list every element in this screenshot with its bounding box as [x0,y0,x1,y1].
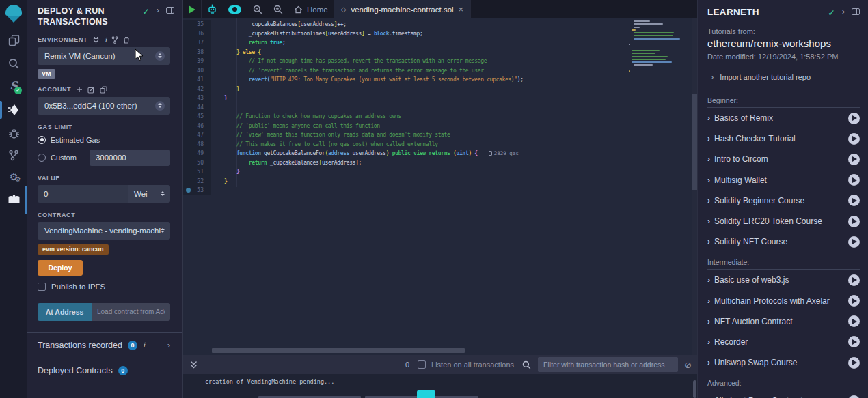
tutorial-item[interactable]: ›Recorder [707,332,860,352]
line-number[interactable]: 40 [183,66,211,76]
code-line[interactable]: 45 // Function to check how many cupcake… [183,112,697,122]
debug-button-clipped[interactable] [417,390,435,398]
account-select[interactable]: 0x5B3...eddC4 (100 ether) [38,97,170,115]
value-unit-select[interactable]: Wei [128,185,170,203]
code-line[interactable]: 43} [183,94,697,103]
git-branch-icon[interactable] [0,145,27,165]
line-number[interactable]: 46 [183,122,211,131]
tutorial-item[interactable]: ›Uniswap Swap Course [707,352,860,373]
estimated-gas-radio[interactable] [38,136,46,144]
line-number[interactable]: 37 [183,38,211,48]
line-number[interactable]: 45 [183,112,211,122]
deploy-button[interactable]: Deploy [38,260,83,276]
debugger-icon[interactable] [0,123,27,143]
line-number[interactable]: 53 [183,186,211,195]
pin-panel-icon[interactable] [166,7,174,14]
tutorial-item[interactable]: ›Basics of Remix [707,108,860,128]
play-icon[interactable] [848,395,860,398]
tutorial-item[interactable]: ›Multichain Protocols with Axelar [707,291,860,311]
code-line[interactable]: 35 _cupcakeBalances[userAddress]++; [183,20,697,29]
close-tab-icon[interactable]: × [459,5,464,14]
learneth-plugin-icon[interactable] [0,190,27,210]
deployed-contracts-row[interactable]: Deployed Contracts 0 [38,358,170,383]
at-address-input[interactable] [92,303,170,321]
line-number[interactable]: 50 [183,158,211,168]
code-line[interactable]: 50 return _cupcakeBalances[userAddress]; [183,158,697,168]
tutorial-item[interactable]: ›Hash Checker Tutorial [707,128,860,149]
code-line[interactable]: 53 [183,186,697,195]
line-number[interactable]: 42 [183,85,211,94]
custom-gas-radio[interactable] [38,154,46,162]
pin-panel-icon[interactable] [852,8,860,15]
tutorial-item[interactable]: ›Solidity ERC20 Token Course [707,211,860,231]
copy-address-icon[interactable] [100,86,107,94]
copilot-toggle[interactable] [223,0,247,18]
line-number[interactable]: 35 [183,20,211,29]
solidity-compiler-icon[interactable]: S✓ [0,75,27,96]
play-icon[interactable] [848,133,860,145]
code-line[interactable]: 41 revert("HTTP 429: Too Many Cupcakes (… [183,75,697,85]
chevron-right-icon[interactable]: › [167,340,170,350]
edit-account-icon[interactable] [87,86,95,94]
listen-all-checkbox[interactable] [418,360,426,369]
code-line[interactable]: 46 // 'public' means anyone can call thi… [183,122,697,131]
remix-logo[interactable] [0,3,27,24]
code-line[interactable]: 39 // If not enough time has passed, rev… [183,57,697,66]
tutorial-item[interactable]: ›Basic use of web3.js [707,270,860,290]
play-icon[interactable] [848,295,860,307]
environment-info-icon[interactable]: i [105,36,107,44]
file-explorer-icon[interactable] [0,30,27,51]
code-line[interactable]: 40 // 'revert' cancels the transaction a… [183,66,697,76]
terminal-scrollbar[interactable] [693,380,696,398]
transactions-recorded-row[interactable]: Transactions recorded 0 i › [38,333,170,358]
zoom-out-icon[interactable] [247,0,268,18]
play-icon[interactable] [848,113,860,124]
settings-icon[interactable]: ⚙⚙ [0,167,27,187]
tutorial-item[interactable]: ›All about Proxy Contracts [707,390,860,398]
collapse-terminal-icon[interactable] [190,360,198,369]
plug-icon[interactable] [92,36,100,44]
code-line[interactable]: 44 [183,103,697,113]
tutorial-item[interactable]: ›Solidity NFT Course [707,231,860,252]
code-line[interactable]: 38 } else { [183,48,697,57]
line-number[interactable]: 39 [183,57,211,66]
terminal-search-icon[interactable] [522,360,531,369]
line-number[interactable]: 49 [183,149,211,158]
search-icon[interactable] [0,53,27,74]
play-icon[interactable] [848,357,860,369]
transactions-info-icon[interactable]: i [143,341,145,349]
play-icon[interactable] [848,274,860,286]
tutorial-item[interactable]: ›Intro to Circom [707,149,860,169]
line-number[interactable]: 43 [183,94,211,103]
code-line[interactable]: 42 } [183,85,697,94]
breakpoint-dot[interactable] [186,188,191,193]
line-number[interactable]: 44 [183,103,211,113]
tutorial-item[interactable]: ›Multisig Wallet [707,170,860,190]
line-number[interactable]: 36 [183,29,211,39]
play-icon[interactable] [848,195,860,206]
line-number[interactable]: 38 [183,48,211,57]
home-tab[interactable]: Home [288,0,334,18]
line-number[interactable]: 47 [183,130,211,140]
custom-gas-input[interactable] [90,150,170,166]
contract-select[interactable]: VendingMachine - vending-machin [38,222,170,240]
delete-environment-icon[interactable] [123,36,130,44]
create-account-icon[interactable] [76,86,83,93]
editor-horizontal-scrollbar[interactable] [212,348,465,353]
play-icon[interactable] [848,216,860,227]
line-number[interactable]: 41 [183,75,211,85]
code-line[interactable]: 48 // This makes it free to call (no gas… [183,140,697,150]
code-line[interactable]: 47 // 'view' means this function only re… [183,130,697,140]
clear-console-icon[interactable]: ⊘ [684,360,692,370]
code-line[interactable]: 51 } [183,167,697,177]
line-number[interactable]: 48 [183,140,211,150]
code-editor[interactable]: 35 _cupcakeBalances[userAddress]++;36 _c… [183,18,697,355]
tutorial-item[interactable]: ›Solidity Beginner Course [707,190,860,211]
tutorial-item[interactable]: ›NFT Auction Contract [707,311,860,332]
value-input[interactable] [38,185,128,203]
line-number[interactable]: 51 [183,167,211,177]
code-line[interactable]: 49 function getCupcakeBalanceFor(address… [183,149,697,158]
publish-ipfs-checkbox[interactable] [38,283,46,291]
zoom-in-icon[interactable] [268,0,288,18]
fork-environment-icon[interactable] [111,36,118,44]
